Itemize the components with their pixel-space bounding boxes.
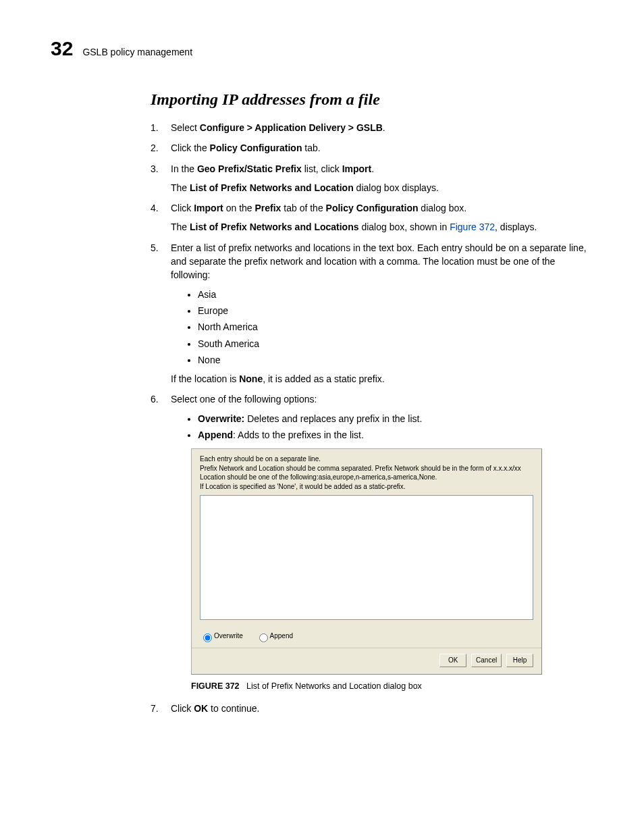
ui-label: Import (342, 163, 372, 174)
running-header: 32 GSLB policy management (51, 37, 597, 60)
chapter-number: 32 (51, 37, 73, 60)
radio-label: Append (270, 632, 293, 640)
option-name: Append (198, 429, 233, 440)
option-list: Overwrite: Deletes and replaces any pref… (171, 412, 597, 442)
step-text: list, click (302, 163, 342, 174)
option-desc: Deletes and replaces any prefix in the l… (244, 413, 422, 424)
chapter-title: GSLB policy management (82, 47, 192, 57)
procedure-steps: Select Configure > Application Delivery … (151, 121, 597, 715)
radio-group: Overwrite Append (200, 631, 533, 642)
cancel-button[interactable]: Cancel (471, 654, 502, 667)
ui-label: Prefix (255, 203, 281, 213)
step-text: Click (171, 703, 194, 714)
step-text: Click the (171, 142, 210, 153)
list-item: None (198, 353, 597, 367)
step-text: , it is added as a static prefix. (263, 373, 385, 384)
location-list: Asia Europe North America South America … (171, 288, 597, 367)
step-text: If the location is (171, 373, 239, 384)
option-desc: : Adds to the prefixes in the list. (233, 429, 364, 440)
radio-label: Overwrite (214, 632, 243, 640)
step-5: Enter a list of prefix networks and loca… (151, 241, 597, 386)
list-item: South America (198, 337, 597, 350)
menu-path: Configure > Application Delivery > GSLB (200, 122, 383, 133)
step-text: The (171, 182, 190, 193)
help-button[interactable]: Help (506, 654, 533, 667)
step-3: In the Geo Prefix/Static Prefix list, cl… (151, 162, 597, 195)
option-name: Overwrite: (198, 413, 244, 424)
append-option[interactable]: Append (256, 632, 293, 640)
separator (192, 648, 541, 648)
step-text: dialog box, shown in (359, 221, 450, 232)
instr-line: Prefix Network and Location should be co… (200, 464, 533, 473)
list-item: Asia (198, 288, 597, 301)
step-text: dialog box. (418, 203, 466, 213)
instr-line: If Location is specified as 'None', it w… (200, 482, 533, 492)
prefix-dialog: Each entry should be on a separate line.… (191, 448, 542, 675)
overwrite-option[interactable]: Overwrite (200, 632, 243, 640)
ui-label: List of Prefix Networks and Locations (190, 221, 359, 232)
list-item: North America (198, 320, 597, 334)
step-text: to continue. (208, 703, 259, 714)
figure-caption: FIGURE 372 List of Prefix Networks and L… (191, 680, 597, 692)
figure-label: FIGURE 372 (191, 681, 240, 691)
step-text: Enter a list of prefix networks and loca… (171, 242, 587, 281)
section-title: Importing IP addresses from a file (151, 90, 597, 109)
overwrite-radio[interactable] (203, 633, 212, 642)
step-7: Click OK to continue. (151, 702, 597, 715)
step-text: In the (171, 163, 197, 174)
step-text: , displays. (495, 221, 537, 232)
step-2: Click the Policy Configuration tab. (151, 141, 597, 155)
step-text: Click (171, 203, 194, 213)
step-text: Select one of the following options: (171, 394, 317, 405)
step-text: The (171, 221, 190, 232)
ui-label: Geo Prefix/Static Prefix (197, 163, 302, 174)
ok-button[interactable]: OK (439, 654, 466, 667)
step-1: Select Configure > Application Delivery … (151, 121, 597, 134)
ui-label: Policy Configuration (210, 142, 302, 153)
prefix-textarea[interactable] (200, 495, 533, 620)
ui-label: List of Prefix Networks and Location (190, 182, 354, 193)
figure-caption-text: List of Prefix Networks and Location dia… (246, 681, 422, 691)
instr-line: Each entry should be on a separate line. (200, 454, 533, 464)
instr-line: Location should be one of the following:… (200, 473, 533, 482)
step-text: . (371, 163, 374, 174)
step-text: Select (171, 122, 200, 133)
step-6: Select one of the following options: Ove… (151, 392, 597, 692)
step-text: tab. (302, 142, 320, 153)
step-text: tab of the (281, 203, 325, 213)
list-item: Append: Adds to the prefixes in the list… (198, 428, 597, 442)
ui-label: Policy Configuration (326, 203, 419, 213)
dialog-instructions: Each entry should be on a separate line.… (200, 454, 533, 491)
ui-label: OK (194, 703, 208, 714)
ui-label: None (239, 373, 263, 384)
step-text: dialog box displays. (354, 182, 439, 193)
step-4: Click Import on the Prefix tab of the Po… (151, 201, 597, 234)
button-row: OK Cancel Help (200, 654, 533, 667)
list-item: Overwrite: Deletes and replaces any pref… (198, 412, 597, 425)
step-text: . (383, 122, 385, 133)
list-item: Europe (198, 304, 597, 317)
append-radio[interactable] (259, 633, 268, 642)
figure-link[interactable]: Figure 372 (450, 221, 495, 232)
ui-label: Import (194, 203, 223, 213)
step-text: on the (223, 203, 255, 213)
